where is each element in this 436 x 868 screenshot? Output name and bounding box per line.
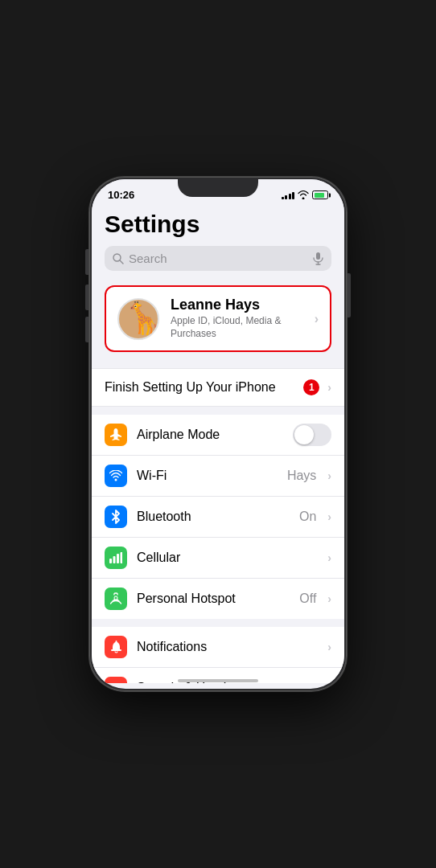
status-bar: 10:26 bbox=[92, 179, 344, 204]
profile-info: Leanne Hays Apple ID, iCloud, Media & Pu… bbox=[171, 297, 303, 341]
svg-rect-7 bbox=[113, 556, 116, 563]
signal-icon bbox=[282, 190, 295, 199]
toggle-knob bbox=[294, 425, 314, 444]
cellular-chevron: › bbox=[327, 551, 331, 564]
search-placeholder: Search bbox=[129, 252, 308, 265]
bluetooth-value: On bbox=[299, 510, 316, 524]
svg-rect-2 bbox=[316, 252, 320, 260]
sounds-haptics-icon bbox=[105, 677, 127, 683]
cellular-row[interactable]: Cellular › bbox=[92, 538, 344, 579]
notifications-chevron: › bbox=[327, 641, 331, 653]
notifications-label: Notifications bbox=[137, 640, 316, 654]
finish-setup-label: Finish Setting Up Your iPhone bbox=[105, 380, 294, 395]
wifi-icon bbox=[105, 465, 127, 487]
wifi-row[interactable]: Wi-Fi Hays › bbox=[92, 456, 344, 497]
profile-subtitle: Apple ID, iCloud, Media & Purchases bbox=[171, 314, 303, 342]
settings-header: Settings Search bbox=[92, 204, 344, 277]
battery-fill bbox=[315, 193, 325, 198]
svg-rect-12 bbox=[111, 649, 121, 651]
notifications-icon bbox=[105, 636, 127, 658]
status-time: 10:26 bbox=[108, 189, 134, 201]
section-gap-3 bbox=[92, 619, 344, 627]
phone-frame: 10:26 bbox=[89, 177, 347, 691]
status-icons bbox=[282, 190, 329, 199]
personal-hotspot-row[interactable]: Personal Hotspot Off › bbox=[92, 579, 344, 619]
search-icon bbox=[113, 253, 124, 264]
finish-setup-chevron: › bbox=[327, 381, 331, 394]
section-gap-1 bbox=[92, 360, 344, 368]
wifi-status-icon bbox=[298, 190, 309, 199]
bluetooth-icon bbox=[105, 506, 127, 528]
notifications-row[interactable]: Notifications › bbox=[92, 627, 344, 668]
finish-setup-right: 1 › bbox=[303, 379, 331, 395]
personal-hotspot-chevron: › bbox=[327, 592, 331, 605]
battery-icon bbox=[312, 190, 328, 199]
personal-hotspot-icon bbox=[105, 588, 127, 610]
mic-icon bbox=[313, 252, 323, 265]
section-gap-2 bbox=[92, 407, 344, 415]
finish-setup-badge: 1 bbox=[303, 379, 319, 395]
bluetooth-row[interactable]: Bluetooth On › bbox=[92, 497, 344, 538]
avatar: 🦒 bbox=[117, 298, 159, 340]
svg-rect-8 bbox=[117, 554, 119, 563]
wifi-chevron: › bbox=[327, 469, 331, 482]
wifi-value: Hays bbox=[287, 469, 316, 483]
screen-content: Settings Search bbox=[92, 204, 344, 683]
profile-row[interactable]: 🦒 Leanne Hays Apple ID, iCloud, Media & … bbox=[105, 285, 331, 352]
personal-hotspot-label: Personal Hotspot bbox=[137, 592, 290, 606]
finish-setup-row[interactable]: Finish Setting Up Your iPhone 1 › bbox=[92, 368, 344, 407]
personal-hotspot-value: Off bbox=[299, 592, 316, 606]
connectivity-section: Airplane Mode Wi-Fi bbox=[92, 415, 344, 619]
home-indicator bbox=[178, 679, 258, 682]
notification-section: Notifications › Sounds & Haptics › bbox=[92, 627, 344, 683]
wifi-label: Wi-Fi bbox=[137, 469, 278, 483]
svg-rect-6 bbox=[109, 559, 112, 563]
svg-point-11 bbox=[115, 597, 117, 600]
airplane-mode-toggle[interactable] bbox=[293, 424, 331, 446]
cellular-icon bbox=[105, 547, 127, 569]
svg-rect-9 bbox=[121, 552, 123, 563]
airplane-mode-row[interactable]: Airplane Mode bbox=[92, 415, 344, 456]
airplane-mode-label: Airplane Mode bbox=[137, 428, 283, 442]
phone-screen: 10:26 bbox=[92, 179, 344, 689]
svg-line-1 bbox=[120, 260, 123, 264]
cellular-label: Cellular bbox=[137, 551, 316, 565]
svg-point-13 bbox=[115, 641, 117, 642]
bluetooth-chevron: › bbox=[327, 510, 331, 523]
settings-title: Settings bbox=[105, 211, 331, 238]
search-bar[interactable]: Search bbox=[105, 246, 331, 271]
avatar-emoji: 🦒 bbox=[124, 303, 159, 334]
sounds-haptics-chevron: › bbox=[327, 682, 331, 683]
profile-chevron: › bbox=[315, 312, 319, 326]
svg-point-5 bbox=[115, 479, 117, 481]
profile-name: Leanne Hays bbox=[171, 297, 303, 314]
bluetooth-label: Bluetooth bbox=[137, 510, 290, 524]
notch bbox=[178, 179, 258, 197]
airplane-mode-icon bbox=[105, 424, 127, 446]
